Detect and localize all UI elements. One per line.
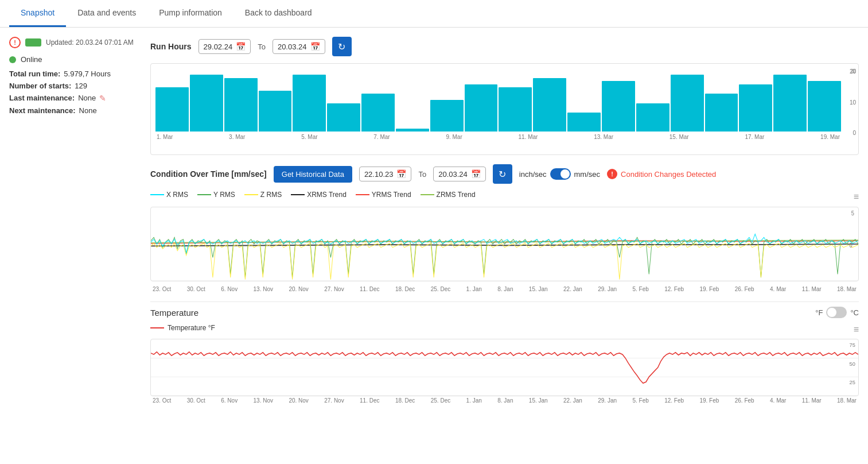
temperature-legend: Temperature °F — [150, 324, 215, 332]
temp-x-label: 1. Jan — [466, 397, 482, 404]
temp-legend-label: Temperature °F — [168, 324, 215, 332]
total-run-time-row: Total run time: 5.979,7 Hours — [9, 69, 141, 78]
total-run-time-label: Total run time: — [9, 69, 60, 78]
vib-x-label: 18. Dec — [395, 286, 415, 292]
run-hours-refresh-button[interactable]: ↻ — [332, 37, 352, 56]
bar-y-20: 20 — [850, 68, 856, 75]
legend-item: X RMS — [150, 191, 188, 199]
updated-text: Updated: 20.03.24 07:01 AM — [46, 38, 134, 47]
temp-f-label: °F — [815, 308, 823, 317]
temp-x-label: 30. Oct — [187, 397, 205, 404]
bar-chart-bar — [259, 91, 292, 132]
bar-chart-bar — [739, 84, 772, 132]
legend-color-line — [291, 194, 305, 195]
temp-x-label: 23. Oct — [153, 397, 171, 404]
bar-chart-bar — [361, 94, 395, 132]
right-panel: Run Hours 29.02.24 📅 To 20.03.24 📅 ↻ ≡ 2… — [150, 37, 859, 404]
vib-x-label: 20. Nov — [289, 286, 308, 292]
temp-x-label: 15. Jan — [529, 397, 548, 404]
temp-x-label: 11. Dec — [360, 397, 379, 404]
bar-x-label: 19. Mar — [820, 134, 840, 140]
temp-x-label: 4. Mar — [770, 397, 786, 404]
tab-snapshot[interactable]: Snapshot — [9, 0, 66, 27]
vib-x-label: 12. Feb — [664, 286, 684, 292]
vib-x-label: 18. Mar — [837, 286, 857, 292]
online-label: Online — [21, 55, 42, 64]
bar-chart-bar — [155, 87, 189, 132]
run-hours-to-input[interactable]: 20.03.24 📅 — [273, 39, 325, 54]
status-bar: ! Updated: 20.03.24 07:01 AM — [9, 37, 141, 48]
bar-chart-bar — [602, 81, 635, 132]
vibration-x-labels: 23. Oct30. Oct6. Nov13. Nov20. Nov27. No… — [150, 286, 859, 292]
tab-pump-info[interactable]: Pump information — [147, 0, 233, 27]
legend-label: ZRMS Trend — [437, 191, 476, 199]
bar-x-label: 11. Mar — [518, 134, 538, 140]
condition-to-label: To — [418, 170, 426, 179]
temp-chart-menu-icon[interactable]: ≡ — [854, 324, 859, 335]
svg-text:25: 25 — [850, 379, 855, 385]
inch-sec-label: inch/sec — [519, 170, 547, 179]
tab-data-events[interactable]: Data and events — [66, 0, 147, 27]
condition-from-input[interactable]: 22.10.23 📅 — [359, 167, 412, 181]
condition-refresh-button[interactable]: ↻ — [493, 164, 512, 184]
get-historical-data-button[interactable]: Get Historical Data — [274, 166, 352, 183]
bar-chart-bar — [224, 78, 258, 132]
mm-sec-label: mm/sec — [574, 170, 601, 179]
run-hours-from-input[interactable]: 29.02.24 📅 — [198, 39, 251, 54]
temp-toggle-switch[interactable] — [826, 307, 847, 318]
num-starts-label: Number of starts: — [9, 82, 71, 90]
svg-text:0: 0 — [850, 242, 853, 249]
temp-x-label: 12. Feb — [664, 397, 684, 404]
last-maintenance-value: None — [78, 94, 96, 103]
bar-chart-bar — [773, 75, 807, 132]
bar-chart-x-labels: 1. Mar3. Mar5. Mar7. Mar9. Mar11. Mar13.… — [155, 134, 841, 140]
next-maintenance-label: Next maintenance: — [9, 106, 76, 115]
bar-chart-bar — [327, 103, 360, 132]
condition-from-calendar-icon: 📅 — [396, 169, 406, 179]
online-dot — [9, 56, 16, 63]
vib-x-label: 6. Nov — [221, 286, 238, 292]
vib-x-label: 13. Nov — [254, 286, 273, 292]
bar-chart-bar — [567, 113, 601, 132]
last-maintenance-row: Last maintenance: None ✎ — [9, 94, 141, 103]
condition-chart-menu-icon[interactable]: ≡ — [854, 192, 859, 202]
legend-label: YRMS Trend — [372, 191, 411, 199]
bar-chart-y-labels: 20 10 0 — [850, 68, 856, 136]
bar-chart-bar — [430, 100, 464, 132]
condition-legend: X RMSY RMSZ RMSXRMS TrendYRMS TrendZRMS … — [150, 191, 476, 199]
vib-x-label: 29. Jan — [598, 286, 617, 292]
svg-text:75: 75 — [850, 342, 855, 348]
tab-back-dashboard[interactable]: Back to dashboard — [233, 0, 324, 27]
legend-item: XRMS Trend — [291, 191, 347, 199]
bar-x-label: 3. Mar — [229, 134, 245, 140]
condition-header: Condition Over Time [mm/sec] Get Histori… — [150, 164, 859, 184]
vib-x-label: 15. Jan — [529, 286, 548, 292]
bar-chart-bar — [465, 84, 498, 132]
temp-x-label: 11. Mar — [802, 397, 822, 404]
next-maintenance-value: None — [79, 106, 97, 115]
legend-item: ZRMS Trend — [421, 191, 476, 199]
condition-from-value: 22.10.23 — [364, 170, 394, 179]
online-row: Online — [9, 55, 141, 64]
condition-to-input[interactable]: 20.03.24 📅 — [433, 167, 486, 181]
bar-chart-bar — [190, 75, 223, 132]
bar-y-10: 10 — [850, 99, 856, 106]
main-content: ! Updated: 20.03.24 07:01 AM Online Tota… — [0, 28, 868, 413]
temperature-title: Temperature — [150, 308, 198, 318]
bar-chart-bars — [155, 68, 841, 132]
temp-x-label: 29. Jan — [598, 397, 617, 404]
maintenance-edit-icon[interactable]: ✎ — [99, 94, 106, 103]
run-hours-header: Run Hours 29.02.24 📅 To 20.03.24 📅 ↻ — [150, 37, 859, 56]
unit-toggle: inch/sec mm/sec — [519, 168, 600, 180]
bar-x-label: 9. Mar — [446, 134, 462, 140]
unit-toggle-switch[interactable] — [550, 168, 571, 180]
legend-label: XRMS Trend — [307, 191, 347, 199]
condition-label: Condition Over Time [mm/sec] — [150, 169, 267, 179]
vib-x-label: 11. Dec — [360, 286, 379, 292]
temperature-svg: 75 50 25 — [151, 339, 858, 396]
vib-x-label: 19. Feb — [699, 286, 719, 292]
vib-x-label: 4. Mar — [770, 286, 786, 292]
bar-x-label: 1. Mar — [157, 134, 173, 140]
bar-chart-bar — [533, 78, 566, 132]
bar-chart-bar — [636, 103, 670, 132]
